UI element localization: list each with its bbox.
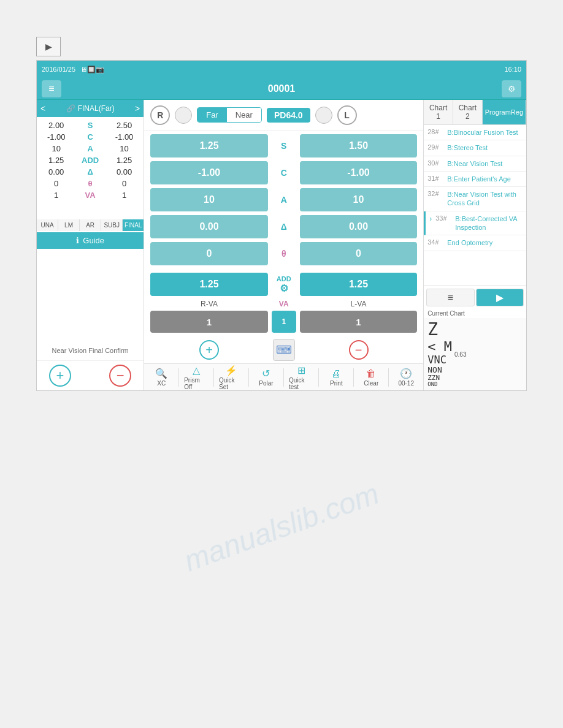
second-bar: ≡ 00001 ⚙: [37, 78, 526, 100]
chart-item-31#[interactable]: 31# B:Enter Patient's Age: [424, 172, 526, 187]
meas-right-2[interactable]: 10: [300, 188, 418, 211]
toolbar-item-quick-test[interactable]: ⊞ Quick test: [289, 365, 314, 390]
toolbar-item-print[interactable]: 🖨 Print: [324, 368, 348, 387]
toolbar-label-1: Prism Off: [184, 377, 209, 390]
measurement-grid: 1.25 S 1.50 -1.00 C -1.00 10 A 10 0.00 Δ…: [144, 131, 423, 273]
left-minus-button[interactable]: −: [109, 365, 131, 387]
chart-name: B:Binocular Fusion Test: [447, 128, 518, 137]
chart-play-button[interactable]: ▶: [476, 289, 524, 306]
r-label: R: [150, 105, 170, 125]
rva-plus-button[interactable]: +: [199, 340, 219, 360]
rva-value[interactable]: 1: [150, 311, 268, 333]
meas-label-4: θ: [272, 249, 296, 259]
quickset-icon: ⚡: [225, 365, 237, 376]
meas-left-0[interactable]: 1.25: [150, 134, 268, 157]
left-plus-button[interactable]: +: [49, 365, 71, 387]
toolbar-label-2: Quick Set: [219, 377, 243, 390]
meas-left-3[interactable]: 0.00: [150, 215, 268, 238]
near-button[interactable]: Near: [227, 108, 261, 122]
chart-num: 33#: [435, 214, 453, 222]
guide-button[interactable]: ℹ Guide: [37, 232, 144, 249]
chart-item-30#[interactable]: 30# B:Near Vision Test: [424, 156, 526, 172]
clear-icon: 🗑: [366, 368, 376, 379]
chart-item-33#[interactable]: › 33# B:Best-Corrected VA Inspection: [424, 211, 526, 236]
row-label: θ: [73, 179, 107, 188]
toolbar-item-xc[interactable]: 🔍 XC: [149, 368, 174, 387]
prism-icon: △: [193, 365, 200, 376]
toolbar-item-clear[interactable]: 🗑 Clear: [359, 368, 383, 387]
chart-list: 28# B:Binocular Fusion Test 29# B:Stereo…: [424, 125, 526, 286]
left-data-row: 2.00 S 2.50: [39, 121, 141, 130]
active-arrow-icon: ›: [429, 214, 432, 223]
add-right-value[interactable]: 1.25: [300, 273, 418, 296]
left-bottom-buttons: + −: [37, 360, 144, 390]
left-info: Near Vision Final Confirm: [37, 249, 144, 361]
watermark: manualslib.com: [180, 477, 383, 578]
chart-item-29#[interactable]: 29# B:Stereo Test: [424, 140, 526, 156]
meas-label-1: C: [272, 168, 296, 178]
toolbar-label-6: Clear: [364, 380, 378, 387]
meas-left-2[interactable]: 10: [150, 188, 268, 211]
menu-button[interactable]: ≡: [42, 80, 61, 97]
left-val: 1: [39, 191, 73, 200]
nav-right-arrow[interactable]: >: [135, 104, 140, 113]
minus-icon: −: [117, 368, 124, 384]
patient-id: 00001: [268, 83, 296, 94]
lva-value[interactable]: 1: [300, 311, 418, 333]
mode-button-final[interactable]: FINAL: [123, 219, 144, 231]
meas-label-0: S: [272, 141, 296, 151]
chart-tab-chart-1[interactable]: Chart 1: [424, 100, 453, 124]
left-data-row: 1.25 ADD 1.25: [39, 156, 141, 165]
meas-right-1[interactable]: -1.00: [300, 161, 418, 184]
left-val: 2.00: [39, 121, 73, 130]
info-icon: ℹ: [76, 236, 79, 245]
row-label: ADD: [73, 156, 107, 165]
meas-row-0: 1.25 S 1.50: [150, 134, 417, 157]
chart-num: 28#: [427, 128, 445, 135]
top-play-button[interactable]: ▶: [36, 37, 61, 56]
meas-left-1[interactable]: -1.00: [150, 161, 268, 184]
chart-equal-button[interactable]: ≡: [426, 289, 474, 306]
row-label: A: [73, 144, 107, 153]
left-val: 0: [39, 179, 73, 188]
plus-icon: +: [56, 368, 64, 384]
right-val: -1.00: [107, 132, 141, 142]
chart-item-28#[interactable]: 28# B:Binocular Fusion Test: [424, 125, 526, 140]
toolbar-item-polar[interactable]: ↺ Polar: [254, 368, 278, 387]
nav-left-arrow[interactable]: <: [40, 104, 45, 113]
mode-button-subj[interactable]: SUBJ: [101, 219, 122, 231]
chart-name: B:Near Vision Test: [447, 159, 502, 168]
toolbar-sep-2: [213, 368, 214, 387]
add-left-value[interactable]: 1.25: [150, 273, 268, 296]
mode-button-ar[interactable]: AR: [80, 219, 101, 231]
meas-right-4[interactable]: 0: [300, 242, 418, 265]
meas-left-4[interactable]: 0: [150, 242, 268, 265]
chart-name: B:Enter Patient's Age: [447, 175, 511, 183]
meas-right-3[interactable]: 0.00: [300, 215, 418, 238]
chart-item-32#[interactable]: 32# B:Near Vision Test with Cross Grid: [424, 187, 526, 211]
far-button[interactable]: Far: [197, 108, 227, 122]
row-label: VA: [73, 191, 107, 200]
chart-action-buttons: ≡ ▶: [424, 286, 526, 309]
va-labels: R-VA VA L-VA: [150, 300, 417, 308]
chart-bottom: ≡ ▶ Current Chart Z< MVNCNONZZNOND 0.63: [424, 286, 526, 390]
right-val: 10: [107, 144, 141, 153]
pm-row: + ⌨ −: [144, 336, 423, 363]
meas-right-0[interactable]: 1.50: [300, 134, 418, 157]
chart-tab-chart-2[interactable]: Chart 2: [453, 100, 483, 124]
chart-item-34#[interactable]: 34# End Optometry: [424, 235, 526, 251]
va-center-value[interactable]: 1: [272, 311, 296, 333]
mode-button-lm[interactable]: LM: [58, 219, 79, 231]
far-near-selector: Far Near: [197, 107, 262, 123]
toolbar-sep-5: [318, 368, 319, 387]
toolbar-item-prism-off[interactable]: △ Prism Off: [184, 365, 209, 390]
chart-tab-programreg[interactable]: ProgramReg: [483, 100, 526, 124]
toolbar-item-00-12[interactable]: 🕐 00-12: [394, 368, 418, 387]
left-panel: < 🔗 FINAL(Far) > 2.00 S 2.50-1.00 C -1.0…: [37, 100, 144, 390]
settings-button[interactable]: ⚙: [502, 80, 521, 97]
toolbar-sep-7: [388, 368, 389, 387]
mode-button-una[interactable]: UNA: [37, 219, 58, 231]
toolbar-item-quick-set[interactable]: ⚡ Quick Set: [219, 365, 243, 390]
keyboard-button[interactable]: ⌨: [273, 339, 295, 361]
lva-minus-button[interactable]: −: [349, 340, 369, 360]
